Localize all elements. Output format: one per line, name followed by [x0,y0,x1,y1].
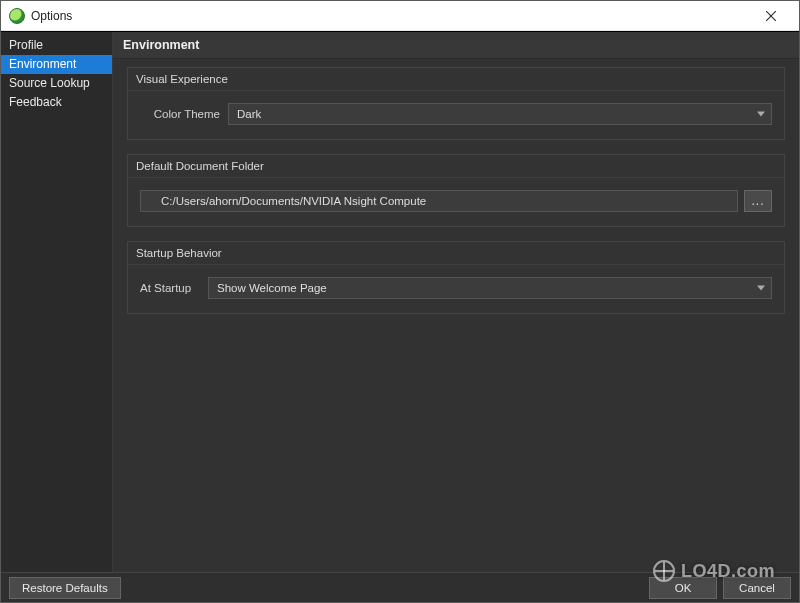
sidebar-item-feedback[interactable]: Feedback [1,93,112,112]
button-label: OK [675,582,692,594]
sidebar: Profile Environment Source Lookup Feedba… [1,32,113,572]
at-startup-value: Show Welcome Page [217,282,327,294]
app-icon [9,8,25,24]
ok-button[interactable]: OK [649,577,717,599]
close-icon [766,11,776,21]
chevron-down-icon [757,286,765,291]
options-window: Options Profile Environment Source Looku… [0,0,800,603]
window-title: Options [31,9,751,23]
chevron-down-icon [757,112,765,117]
group-visual-experience: Visual Experience Color Theme Dark [127,67,785,140]
group-title: Startup Behavior [128,242,784,265]
titlebar: Options [1,1,799,31]
sidebar-item-label: Environment [9,57,76,71]
at-startup-label: At Startup [140,282,200,294]
cancel-button[interactable]: Cancel [723,577,791,599]
group-startup-behavior: Startup Behavior At Startup Show Welcome… [127,241,785,314]
group-title: Default Document Folder [128,155,784,178]
sidebar-item-environment[interactable]: Environment [1,55,112,74]
color-theme-select[interactable]: Dark [228,103,772,125]
group-body: Color Theme Dark [128,91,784,139]
browse-label: ... [751,194,764,208]
color-theme-row: Color Theme Dark [140,103,772,125]
group-title: Visual Experience [128,68,784,91]
main-panel: Environment Visual Experience Color Them… [113,32,799,572]
browse-button[interactable]: ... [744,190,772,212]
restore-defaults-button[interactable]: Restore Defaults [9,577,121,599]
main-content: Visual Experience Color Theme Dark [113,59,799,572]
document-folder-path: C:/Users/ahorn/Documents/NVIDIA Nsight C… [149,195,426,207]
document-folder-input[interactable]: C:/Users/ahorn/Documents/NVIDIA Nsight C… [140,190,738,212]
sidebar-item-label: Source Lookup [9,76,90,90]
footer: Restore Defaults OK Cancel [1,572,799,602]
button-label: Cancel [739,582,775,594]
button-label: Restore Defaults [22,582,108,594]
startup-row: At Startup Show Welcome Page [140,277,772,299]
color-theme-label: Color Theme [140,108,220,120]
split-pane: Profile Environment Source Lookup Feedba… [1,32,799,572]
sidebar-item-profile[interactable]: Profile [1,36,112,55]
sidebar-item-source-lookup[interactable]: Source Lookup [1,74,112,93]
group-body: C:/Users/ahorn/Documents/NVIDIA Nsight C… [128,178,784,226]
sidebar-item-label: Profile [9,38,43,52]
at-startup-select[interactable]: Show Welcome Page [208,277,772,299]
sidebar-item-label: Feedback [9,95,62,109]
document-folder-row: C:/Users/ahorn/Documents/NVIDIA Nsight C… [140,190,772,212]
page-title: Environment [113,32,799,59]
group-body: At Startup Show Welcome Page [128,265,784,313]
color-theme-value: Dark [237,108,261,120]
group-document-folder: Default Document Folder C:/Users/ahorn/D… [127,154,785,227]
window-body: Profile Environment Source Lookup Feedba… [1,31,799,602]
close-button[interactable] [751,2,791,30]
